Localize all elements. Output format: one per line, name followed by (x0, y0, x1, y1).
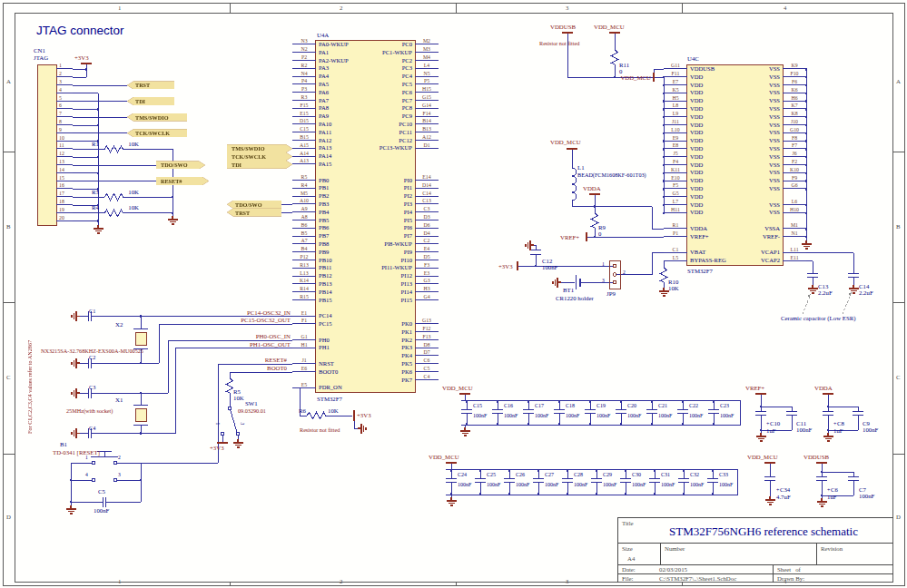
decoupling-cap[interactable]: C23100nF (708, 401, 739, 425)
net-flag-trst[interactable]: TRST (127, 81, 174, 89)
pin-stub-right[interactable]: L6 (783, 198, 806, 205)
pin-stub-right[interactable]: M2 (415, 37, 439, 44)
jtag-pin-stub[interactable]: 1 (56, 62, 73, 69)
pin-stub-left[interactable]: C15 (292, 125, 316, 132)
pin-stub-left[interactable]: F15 (292, 102, 316, 109)
pin-stub-right[interactable]: H15 (415, 85, 439, 93)
pin-stub-left[interactable]: R1 (664, 221, 687, 229)
pin-stub-right[interactable]: L4 (415, 62, 439, 69)
pin-stub-right[interactable]: M1 (783, 221, 806, 229)
pin-stub-left[interactable]: P4 (292, 77, 316, 84)
jtag-pin-stub[interactable]: 4 (56, 86, 73, 93)
pin-stub-left[interactable]: E6 (292, 365, 316, 372)
pin-stub-left[interactable]: R15 (292, 293, 316, 300)
pin-stub-left[interactable]: A7 (292, 237, 316, 244)
pin-stub-right[interactable]: K8 (783, 110, 806, 117)
pin-stub-left[interactable]: C1 (664, 246, 687, 253)
decoupling-cap[interactable]: C19100nF (585, 401, 616, 425)
u4a-chip[interactable]: N3 PA0-WKUP PC0 M2 N2 PA1 PC1-WKUP M3 P2… (316, 41, 415, 392)
pin-stub-left[interactable]: B4 (292, 245, 316, 252)
pin-stub-right[interactable] (415, 150, 439, 157)
pin-stub-right[interactable] (415, 157, 439, 164)
pin-stub-right[interactable]: G3 (415, 277, 439, 284)
jtag-pin-stub[interactable]: 13 (56, 158, 73, 165)
pin-stub-left[interactable]: E15 (292, 110, 316, 117)
decoupling-cap[interactable]: C15100nF (461, 401, 492, 425)
pin-stub-left[interactable]: R2 (292, 62, 316, 69)
pin-stub-right[interactable]: C4 (415, 373, 439, 380)
pin-stub-left[interactable] (292, 348, 316, 356)
decoupling-cap[interactable]: C28100nF (562, 470, 591, 495)
net-flag-trst-u4a[interactable]: TRST (227, 209, 281, 217)
pin-stub-right[interactable]: D3 (415, 213, 439, 220)
pin-stub-left[interactable]: B15 (292, 133, 316, 141)
pin-stub-left[interactable]: N2 (292, 45, 316, 53)
pin-stub-left[interactable]: A10 (292, 197, 316, 204)
pin-stub-right[interactable]: K7 (783, 102, 806, 109)
pin-stub-right[interactable]: J10 (783, 118, 806, 125)
decoupling-cap[interactable]: C24100nF (446, 470, 475, 495)
pin-stub-right[interactable]: C3 (415, 205, 439, 212)
jtag-pin-stub[interactable]: 5 (56, 94, 73, 102)
net-flag-tdo[interactable]: TDO/SWO (156, 161, 205, 169)
jtag-pin-stub[interactable]: 18 (56, 198, 73, 205)
jtag-pin-stub[interactable]: 15 (56, 174, 73, 181)
pin-stub-right[interactable]: C6 (415, 357, 439, 364)
decoupling-cap[interactable]: C27100nF (533, 470, 562, 495)
pin-stub-left[interactable]: R13 (292, 261, 316, 269)
jtag-pin-stub[interactable]: 17 (56, 190, 73, 197)
pin-stub-right[interactable]: G15 (415, 93, 439, 101)
pin-stub-right[interactable]: B13 (415, 125, 439, 132)
pin-stub-left[interactable]: A14 (292, 150, 316, 157)
decoupling-cap[interactable]: C17100nF (523, 401, 554, 425)
pin-stub-right[interactable]: E4 (415, 245, 439, 252)
decoupling-cap[interactable]: C32100nF (678, 470, 707, 495)
jtag-pin-stub[interactable]: 8 (56, 118, 73, 125)
pin-stub-left[interactable]: F11 (664, 70, 687, 77)
pin-stub-left[interactable]: R3 (292, 93, 316, 101)
pin-stub-left[interactable]: J5 (664, 150, 687, 157)
net-flag-tms[interactable]: TMS/SWDIO (127, 113, 187, 122)
pin-stub-left[interactable]: R5 (292, 173, 316, 181)
pin-stub-right[interactable]: H10 (783, 206, 806, 213)
pin-stub-left[interactable]: R14 (292, 285, 316, 292)
pin-stub-right[interactable]: F8 (783, 134, 806, 142)
pin-stub-left[interactable]: G11 (664, 62, 687, 69)
jtag-pin-stub[interactable]: 19 (56, 206, 73, 213)
pin-stub-right[interactable] (783, 214, 806, 221)
jtag-pin-stub[interactable]: 20 (56, 214, 73, 221)
pin-stub-left[interactable]: L9 (664, 110, 687, 117)
decoupling-cap[interactable]: C20100nF (616, 401, 646, 425)
pin-stub-left[interactable]: G5 (664, 190, 687, 197)
jtag-pin-stub[interactable]: 16 (56, 181, 73, 189)
pin-stub-right[interactable]: H6 (783, 94, 806, 102)
pin-stub-right[interactable]: F12 (415, 325, 439, 332)
net-flag-tck-u4a[interactable]: TCK/SWCLK (227, 152, 292, 161)
pin-stub-right[interactable]: P5 (415, 77, 439, 84)
pin-stub-right[interactable]: K6 (783, 86, 806, 93)
pin-stub-right[interactable]: C14 (415, 190, 439, 197)
decoupling-cap[interactable]: C16100nF (492, 401, 523, 425)
pin-stub-left[interactable]: B5 (292, 230, 316, 237)
pin-stub-right[interactable] (783, 190, 806, 197)
pin-stub-left[interactable]: M5 (292, 190, 316, 197)
net-flag-tdi[interactable]: TDI (127, 97, 174, 105)
pin-stub-left[interactable]: F5 (664, 181, 687, 189)
pin-stub-right[interactable]: L11 (783, 246, 806, 253)
pin-stub-right[interactable]: N1 (783, 230, 806, 237)
pin-stub-right[interactable]: C13 (415, 197, 439, 204)
pin-stub-right[interactable]: D8 (415, 341, 439, 348)
jtag-pin-stub[interactable]: 12 (56, 150, 73, 157)
net-flag-tdo-u4a[interactable]: TDO/SWO (227, 201, 281, 209)
decoupling-cap[interactable]: C18100nF (554, 401, 585, 425)
pin-stub-right[interactable]: F6 (783, 78, 806, 85)
pin-stub-left[interactable] (664, 238, 687, 245)
decoupling-cap[interactable]: C29100nF (591, 470, 620, 495)
pin-stub-left[interactable] (292, 373, 316, 380)
pin-stub-right[interactable]: N5 (415, 70, 439, 77)
pin-stub-right[interactable]: M3 (415, 45, 439, 53)
pin-stub-right[interactable]: A12 (415, 133, 439, 141)
decoupling-cap[interactable]: C30100nF (620, 470, 649, 495)
pin-stub-left[interactable]: F1 (292, 317, 316, 324)
pin-stub-right[interactable]: C5 (415, 365, 439, 372)
